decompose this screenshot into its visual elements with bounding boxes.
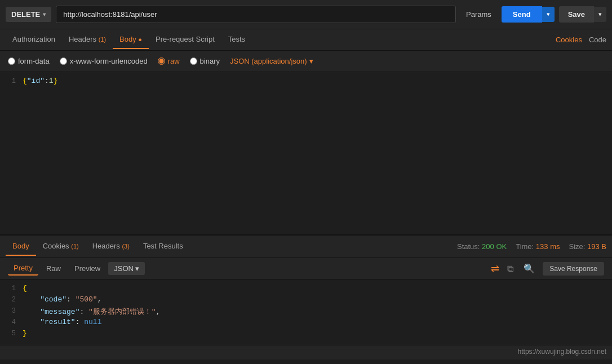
resp-line-content-2: "code": "500", (23, 295, 101, 304)
tab-right-actions: Cookies Code (556, 35, 606, 44)
tab-authorization[interactable]: Authorization (6, 30, 62, 49)
x-www-form-urlencoded-radio[interactable] (60, 57, 67, 65)
tab-body-badge: ● (138, 36, 142, 43)
resp-line-1: 1 { (0, 284, 612, 295)
tab-tests-label: Tests (228, 35, 245, 43)
resp-tab-headers[interactable]: Headers (3) (86, 237, 136, 256)
tab-pre-request-label: Pre-request Script (156, 35, 215, 43)
tab-headers[interactable]: Headers (1) (62, 30, 113, 49)
form-data-option[interactable]: form-data (8, 57, 50, 65)
x-www-form-urlencoded-option[interactable]: x-www-form-urlencoded (60, 57, 148, 65)
method-button[interactable]: DELETE ▾ (6, 7, 51, 22)
tab-authorization-label: Authorization (12, 35, 55, 43)
response-status: Status: 200 OK Time: 133 ms Size: 193 B (457, 242, 606, 251)
fmt-preview-label: Preview (74, 264, 100, 273)
tab-body[interactable]: Body ● (113, 30, 149, 49)
req-line-content-1: {"id":1} (23, 77, 57, 85)
resp-tab-body-label: Body (12, 242, 29, 250)
tab-tests[interactable]: Tests (221, 30, 252, 49)
tab-headers-label: Headers (69, 35, 99, 43)
footer: https://xuwujing.blog.csdn.net (0, 345, 612, 359)
resp-tab-cookies-badge: (1) (71, 243, 78, 250)
method-label: DELETE (11, 10, 40, 19)
resp-line-content-1: { (23, 284, 27, 292)
x-www-form-urlencoded-label: x-www-form-urlencoded (70, 57, 148, 65)
response-format-bar: Pretty Raw Preview JSON ▾ ⇌ ⧉ 🔍 Save Res… (0, 258, 612, 279)
json-type-selector[interactable]: JSON (application/json) ▾ (230, 57, 313, 65)
binary-label: binary (200, 57, 220, 65)
form-data-label: form-data (18, 57, 50, 65)
resp-line-content-5: } (23, 329, 27, 338)
resp-line-num-5: 5 (0, 329, 23, 338)
raw-label: raw (168, 57, 180, 65)
resp-tab-test-results[interactable]: Test Results (136, 237, 190, 256)
raw-radio[interactable] (158, 57, 165, 65)
toolbar: DELETE ▾ Params Send ▾ Save ▾ (0, 0, 612, 29)
req-line-num-1: 1 (0, 77, 23, 85)
request-editor[interactable]: 1 {"id":1} (0, 72, 612, 236)
send-button[interactable]: Send (502, 6, 542, 23)
form-data-radio[interactable] (8, 57, 15, 65)
params-button[interactable]: Params (460, 7, 497, 22)
search-button[interactable]: 🔍 (521, 262, 537, 275)
body-options: form-data x-www-form-urlencoded raw bina… (0, 51, 612, 72)
save-chevron-button[interactable]: ▾ (594, 7, 606, 22)
resp-tab-headers-label: Headers (92, 242, 122, 250)
fmt-tab-preview[interactable]: Preview (69, 262, 106, 275)
send-group: Send ▾ (502, 6, 555, 23)
request-tabs: Authorization Headers (1) Body ● Pre-req… (0, 29, 612, 51)
fmt-pretty-label: Pretty (14, 264, 33, 272)
json-type-label: JSON (application/json) (230, 57, 307, 65)
resp-tab-body[interactable]: Body (6, 237, 36, 256)
json-format-chevron-icon: ▾ (135, 264, 139, 273)
resp-line-content-4: "result": null (23, 318, 101, 326)
resp-line-5: 5 } (0, 329, 612, 340)
resp-line-3: 3 "message": "服务器内部错误！", (0, 307, 612, 318)
tab-body-label: Body (119, 35, 138, 43)
resp-line-content-3: "message": "服务器内部错误！", (23, 307, 160, 317)
resp-line-num-2: 2 (0, 295, 23, 304)
cookies-link[interactable]: Cookies (556, 35, 582, 44)
req-editor-line-1: 1 {"id":1} (0, 77, 612, 88)
url-input[interactable] (56, 6, 456, 23)
tab-pre-request-script[interactable]: Pre-request Script (149, 30, 221, 49)
method-chevron-icon: ▾ (43, 11, 46, 17)
time-value: 133 ms (536, 242, 560, 251)
resp-tab-test-results-label: Test Results (143, 242, 183, 250)
response-tabs: Body Cookies (1) Headers (3) Test Result… (0, 236, 612, 258)
send-chevron-button[interactable]: ▾ (542, 7, 555, 22)
wrap-icon[interactable]: ⇌ (491, 263, 499, 275)
binary-radio[interactable] (190, 57, 197, 65)
save-response-button[interactable]: Save Response (543, 262, 604, 276)
time-label: Time: (516, 242, 534, 251)
resp-tab-cookies-label: Cookies (43, 242, 72, 250)
status-value: 200 OK (482, 242, 507, 251)
binary-option[interactable]: binary (190, 57, 220, 65)
json-format-label: JSON (114, 264, 134, 273)
fmt-raw-label: Raw (46, 264, 61, 273)
resp-line-num-4: 4 (0, 318, 23, 326)
resp-line-4: 4 "result": null (0, 318, 612, 329)
resp-line-num-1: 1 (0, 284, 23, 292)
footer-link[interactable]: https://xuwujing.blog.csdn.net (518, 348, 606, 356)
resp-tab-headers-badge: (3) (122, 243, 129, 250)
raw-option[interactable]: raw (158, 57, 180, 65)
fmt-tab-raw[interactable]: Raw (41, 262, 66, 275)
code-link[interactable]: Code (589, 35, 606, 44)
resp-tab-cookies[interactable]: Cookies (1) (36, 237, 86, 256)
resp-line-2: 2 "code": "500", (0, 295, 612, 307)
resp-line-num-3: 3 (0, 307, 23, 315)
json-format-selector[interactable]: JSON ▾ (108, 262, 145, 275)
response-section: Body Cookies (1) Headers (3) Test Result… (0, 236, 612, 345)
save-group: Save ▾ (559, 6, 606, 23)
status-label: Status: (457, 242, 480, 251)
tab-headers-badge: (1) (99, 36, 106, 43)
save-button[interactable]: Save (559, 6, 594, 23)
copy-button[interactable]: ⧉ (505, 263, 516, 275)
json-type-chevron-icon: ▾ (309, 57, 313, 65)
size-value: 193 B (587, 242, 606, 251)
response-icons: ⇌ ⧉ 🔍 Save Response (491, 262, 604, 276)
size-label: Size: (569, 242, 585, 251)
response-editor[interactable]: 1 { 2 "code": "500", 3 "message": "服务器内部… (0, 279, 612, 345)
fmt-tab-pretty[interactable]: Pretty (8, 261, 38, 276)
